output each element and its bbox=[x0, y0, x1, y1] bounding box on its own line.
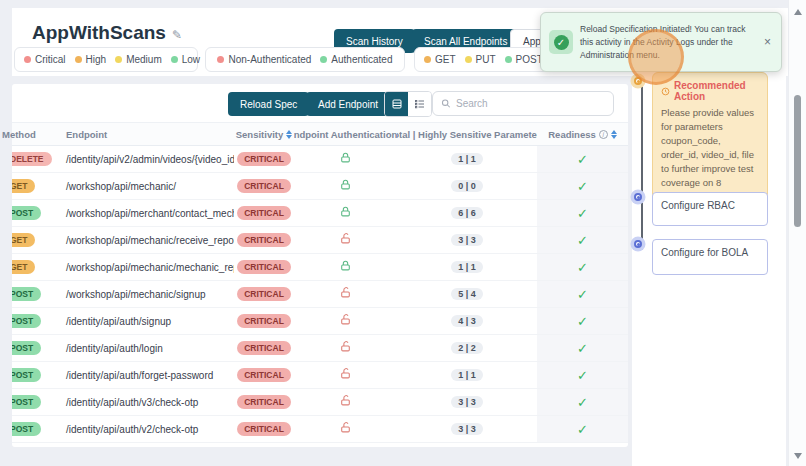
method-badge: POST bbox=[12, 395, 41, 409]
column-readiness[interactable]: Readinessi bbox=[537, 129, 628, 140]
sort-icon[interactable] bbox=[611, 130, 617, 139]
view-toggle-group bbox=[384, 91, 432, 117]
endpoint-link[interactable]: /identity/api/auth/v2/check-otp bbox=[66, 424, 198, 435]
params-count-badge: 1 | 1 bbox=[451, 153, 483, 165]
endpoint-link[interactable]: /identity/api/auth/login bbox=[66, 343, 163, 354]
readiness-check-icon: ✓ bbox=[577, 287, 588, 302]
table-row[interactable]: GET /workshop/api/mechanic/ CRITICAL 0 |… bbox=[12, 173, 628, 200]
sort-icon[interactable] bbox=[286, 130, 292, 139]
table-row[interactable]: POST /identity/api/auth/login CRITICAL 2… bbox=[12, 335, 628, 362]
column-total-sensitive-params[interactable]: Total | Highly Sensitive Parameters bbox=[397, 129, 537, 140]
legend-dot-icon bbox=[171, 56, 178, 63]
endpoint-link[interactable]: /workshop/api/mechanic/receive_report bbox=[66, 235, 234, 246]
endpoint-link[interactable]: /workshop/api/mechanic/ bbox=[66, 181, 176, 192]
endpoint-link[interactable]: /workshop/api/mechanic/mechanic_report bbox=[66, 262, 234, 273]
recommendations-sidebar: Recommended Action Please provide values… bbox=[632, 70, 786, 466]
info-icon[interactable]: i bbox=[599, 130, 608, 139]
legend-item: Medium bbox=[115, 54, 162, 65]
vertical-scrollbar[interactable] bbox=[788, 0, 806, 466]
lock-open-icon bbox=[339, 393, 352, 411]
sensitivity-badge: CRITICAL bbox=[237, 260, 291, 274]
reload-spec-button[interactable]: Reload Spec bbox=[228, 92, 309, 116]
legend-dot-icon bbox=[217, 56, 224, 63]
table-row[interactable]: POST /identity/api/auth/forget-password … bbox=[12, 362, 628, 389]
timeline-line bbox=[641, 84, 643, 250]
table-row[interactable]: GET /workshop/api/mechanic/receive_repor… bbox=[12, 227, 628, 254]
params-count-badge: 3 | 3 bbox=[451, 423, 483, 435]
method-badge: GET bbox=[12, 260, 35, 274]
legend-item: Critical bbox=[24, 54, 66, 65]
lock-open-icon bbox=[339, 366, 352, 384]
readiness-check-icon: ✓ bbox=[577, 206, 588, 221]
toast-notification: ✓ Reload Specification Initiated! You ca… bbox=[540, 12, 782, 72]
legend-item: GET bbox=[424, 54, 456, 65]
endpoint-link[interactable]: /identity/api/auth/forget-password bbox=[66, 370, 213, 381]
method-badge: POST bbox=[12, 287, 41, 301]
table-row[interactable]: POST /workshop/api/merchant/contact_mech… bbox=[12, 200, 628, 227]
readiness-check-icon: ✓ bbox=[577, 368, 588, 383]
sensitivity-badge: CRITICAL bbox=[237, 233, 291, 247]
endpoint-link[interactable]: /identity/api/v2/admin/videos/{video_id} bbox=[66, 154, 234, 165]
table-body: DELETE /identity/api/v2/admin/videos/{vi… bbox=[12, 146, 628, 443]
table-view-icon bbox=[391, 98, 403, 110]
list-view-icon bbox=[414, 98, 426, 110]
lock-open-icon bbox=[339, 231, 352, 249]
toast-close-icon[interactable]: × bbox=[762, 35, 773, 49]
table-view-toggle[interactable] bbox=[385, 92, 408, 116]
scroll-down-arrow-icon[interactable] bbox=[794, 453, 802, 459]
column-method[interactable]: Method bbox=[2, 129, 58, 140]
table-row[interactable]: DELETE /identity/api/v2/admin/videos/{vi… bbox=[12, 146, 628, 173]
timeline-node-icon bbox=[634, 193, 642, 201]
list-view-toggle[interactable] bbox=[408, 92, 431, 116]
search-input[interactable] bbox=[456, 98, 605, 109]
legend-dot-icon bbox=[320, 56, 327, 63]
readiness-check-icon: ✓ bbox=[577, 260, 588, 275]
params-count-badge: 0 | 0 bbox=[451, 180, 483, 192]
endpoints-panel: Reload Spec Add Endpoint Method Endpoint… bbox=[12, 84, 628, 447]
endpoint-link[interactable]: /workshop/api/mechanic/signup bbox=[66, 289, 206, 300]
column-endpoint[interactable]: Endpoint bbox=[58, 129, 234, 140]
params-count-badge: 1 | 1 bbox=[451, 369, 483, 381]
method-badge: POST bbox=[12, 368, 41, 382]
edit-title-icon[interactable]: ✎ bbox=[172, 28, 182, 42]
endpoint-link[interactable]: /workshop/api/merchant/contact_mechanic bbox=[66, 208, 234, 219]
scrollbar-thumb[interactable] bbox=[794, 95, 801, 227]
scroll-up-arrow-icon[interactable] bbox=[794, 9, 802, 15]
timeline-node-icon bbox=[634, 77, 642, 85]
search-box bbox=[432, 91, 614, 116]
sensitivity-badge: CRITICAL bbox=[237, 422, 291, 436]
readiness-check-icon: ✓ bbox=[577, 395, 588, 410]
lock-closed-icon bbox=[339, 150, 352, 168]
configure-bola-card[interactable]: Configure for BOLA bbox=[652, 239, 768, 275]
endpoint-link[interactable]: /identity/api/auth/v3/check-otp bbox=[66, 397, 198, 408]
table-row[interactable]: POST /workshop/api/mechanic/signup CRITI… bbox=[12, 281, 628, 308]
sensitivity-badge: CRITICAL bbox=[237, 206, 291, 220]
legend-item: High bbox=[75, 54, 107, 65]
add-endpoint-button[interactable]: Add Endpoint bbox=[306, 92, 390, 116]
table-row[interactable]: POST /identity/api/auth/signup CRITICAL … bbox=[12, 308, 628, 335]
sensitivity-badge: CRITICAL bbox=[237, 395, 291, 409]
column-endpoint-authentication[interactable]: Endpoint Authenticationi bbox=[294, 129, 397, 140]
endpoint-link[interactable]: /identity/api/auth/signup bbox=[66, 316, 171, 327]
table-row[interactable]: POST /identity/api/auth/v2/check-otp CRI… bbox=[12, 416, 628, 443]
lock-closed-icon bbox=[339, 177, 352, 195]
params-count-badge: 2 | 2 bbox=[451, 342, 483, 354]
sensitivity-badge: CRITICAL bbox=[237, 314, 291, 328]
recommended-action-body: Please provide values for parameters cou… bbox=[661, 106, 759, 204]
configure-rbac-card[interactable]: Configure RBAC bbox=[652, 192, 768, 226]
method-badge: DELETE bbox=[12, 152, 52, 166]
sensitivity-badge: CRITICAL bbox=[237, 179, 291, 193]
column-sensitivity[interactable]: Sensitivity bbox=[234, 129, 294, 140]
readiness-check-icon: ✓ bbox=[577, 341, 588, 356]
table-header: Method Endpoint Sensitivity Endpoint Aut… bbox=[12, 122, 628, 146]
table-row[interactable]: POST /identity/api/auth/v3/check-otp CRI… bbox=[12, 389, 628, 416]
readiness-check-icon: ✓ bbox=[577, 422, 588, 437]
timeline-node-icon bbox=[634, 240, 642, 248]
legend-item: Authenticated bbox=[320, 54, 392, 65]
page-title: AppWithScans✎ bbox=[32, 22, 182, 44]
legend-dot-icon bbox=[24, 56, 31, 63]
legend-item: PUT bbox=[465, 54, 496, 65]
table-row[interactable]: GET /workshop/api/mechanic/mechanic_repo… bbox=[12, 254, 628, 281]
clock-icon bbox=[661, 87, 670, 96]
sensitivity-badge: CRITICAL bbox=[237, 341, 291, 355]
